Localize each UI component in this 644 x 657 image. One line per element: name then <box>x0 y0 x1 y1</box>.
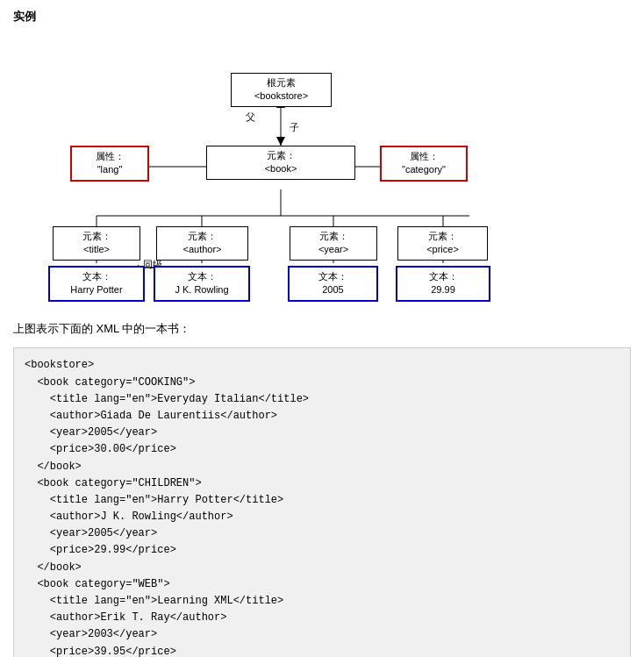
attr-lang-node: 属性： "lang" <box>70 146 149 182</box>
text-jk-node: 文本： J K. Rowling <box>154 266 250 302</box>
text-hp-node: 文本： Harry Potter <box>48 266 145 302</box>
desc1: 上图表示下面的 XML 中的一本书： <box>13 318 631 339</box>
text-price-node: 文本： 29.99 <box>396 266 490 302</box>
tree-container: 根元素 <bookstore> 父 子 属性： "lang" 元素： <book… <box>13 33 627 305</box>
elem-year-node: 元素： <year> <box>290 226 377 261</box>
label-zi: 子 <box>290 121 299 134</box>
elem-title-node: 元素： <title> <box>53 226 140 261</box>
code-block: <bookstore> <book category="COOKING"> <t… <box>13 347 631 657</box>
elem-author-node: 元素： <author> <box>156 226 248 261</box>
root-node: 根元素 <bookstore> <box>231 73 332 107</box>
attr-category-node: 属性： "category" <box>380 146 468 182</box>
elem-book-node: 元素： <book> <box>206 146 355 180</box>
svg-marker-1 <box>276 137 285 146</box>
elem-price-node: 元素： <price> <box>397 226 488 261</box>
section-title: 实例 <box>13 9 631 25</box>
label-fu: 父 <box>246 111 255 124</box>
text-2005-node: 文本： 2005 <box>288 266 378 302</box>
